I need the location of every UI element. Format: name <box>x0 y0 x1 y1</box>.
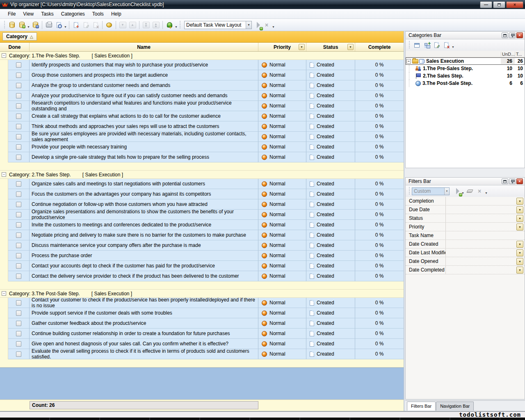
task-row[interactable]: Create a call strategy that explains wha… <box>0 111 404 121</box>
task-checkbox[interactable] <box>16 181 21 187</box>
minimize-button[interactable]: — <box>480 1 492 8</box>
task-row[interactable]: Process the purchase orderNormalCreated0… <box>0 251 404 261</box>
print-icon[interactable] <box>44 21 54 30</box>
new-database-icon[interactable] <box>7 21 17 30</box>
menu-file[interactable]: File <box>4 10 19 18</box>
task-row[interactable]: Group those customers and prospects into… <box>0 70 404 80</box>
task-row[interactable]: Analyze the group to understand customer… <box>0 80 404 91</box>
filters-toolbar-overflow-icon[interactable]: ▼ <box>484 187 488 196</box>
task-row[interactable]: Organize sales calls and meetings to sta… <box>0 179 404 189</box>
filter-value-field[interactable] <box>446 249 516 257</box>
print-preview-icon-dropdown[interactable]: ▼ <box>64 21 67 30</box>
dock-tab-navigation-bar[interactable]: Navigation Bar <box>436 402 474 411</box>
task-checkbox[interactable] <box>16 144 21 150</box>
filters-bar-close-icon[interactable]: × <box>516 178 523 184</box>
filter-value-field[interactable] <box>446 266 516 274</box>
task-checkbox[interactable] <box>16 73 21 78</box>
menu-help[interactable]: Help <box>107 10 125 18</box>
filter-value-dropdown-icon[interactable]: ▼ <box>516 241 523 248</box>
filter-value-field[interactable] <box>446 205 516 214</box>
apply-filter-icon[interactable] <box>451 187 461 196</box>
task-checkbox[interactable] <box>16 233 21 238</box>
tree-item-sales-execution[interactable]: −Sales Execution2626 <box>406 57 525 65</box>
category-group-row[interactable]: −Category: 1.The Pre-Sales Step.[ Sales … <box>0 52 404 60</box>
filter-value-field[interactable] <box>446 240 516 248</box>
move-down-icon[interactable]: ▼ <box>118 21 128 30</box>
reminder-icon-dropdown[interactable]: ▼ <box>174 21 178 30</box>
tree-item-3-the-post-sale-step-[interactable]: 3.The Post-Sale Step.66 <box>406 80 525 87</box>
new-category-icon[interactable] <box>412 41 422 50</box>
filter-preset-combobox[interactable]: Custom ▼ <box>412 187 450 195</box>
task-row[interactable]: Continue building customer relationship … <box>0 329 404 339</box>
layout-combobox-dropdown-icon[interactable]: ▼ <box>246 21 251 29</box>
priority-filter-dropdown-icon[interactable]: ▼ <box>299 44 305 50</box>
task-checkbox[interactable] <box>16 352 21 357</box>
task-row[interactable]: Discuss maintenance service your company… <box>0 240 404 251</box>
restore-button[interactable] <box>493 1 505 8</box>
task-checkbox[interactable] <box>16 103 21 109</box>
task-row[interactable]: Focus the customers on the advantages yo… <box>0 189 404 199</box>
filter-value-dropdown-icon[interactable]: ▼ <box>516 224 523 231</box>
task-checkbox[interactable] <box>16 62 21 68</box>
task-row[interactable]: Organize sales presentations and demonst… <box>0 210 404 220</box>
task-checkbox[interactable] <box>16 83 21 88</box>
task-row[interactable]: Give open and honest diagnosis of your s… <box>0 339 404 349</box>
move-bottom-icon[interactable]: ▼▼ <box>141 21 151 30</box>
task-row[interactable]: Develop a single pre-sale strategy that … <box>0 152 404 162</box>
task-row[interactable]: Invite the customers to meetings and con… <box>0 220 404 230</box>
move-up-icon[interactable]: ▲ <box>128 21 137 30</box>
category-group-row[interactable]: −Category: 3.The Post-Sale Step.[ Sales … <box>0 290 404 298</box>
collapse-group-icon[interactable]: − <box>2 172 6 177</box>
reminder-icon[interactable] <box>164 21 174 30</box>
group-by-category-button[interactable]: Category △ <box>2 32 37 41</box>
task-checkbox[interactable] <box>16 300 21 306</box>
tree-column-undone[interactable]: UnD... <box>501 52 515 57</box>
task-row[interactable]: Think about methods and approaches your … <box>0 121 404 132</box>
task-row[interactable]: Negotiate pricing and delivery to make s… <box>0 230 404 240</box>
filter-value-dropdown-icon[interactable]: ▼ <box>516 198 523 205</box>
new-subcategory-icon[interactable] <box>422 41 431 50</box>
layout-combobox[interactable]: Default Task View Layout ▼ <box>184 21 252 29</box>
clear-filter-icon[interactable] <box>465 187 475 196</box>
complete-task-icon[interactable] <box>104 21 114 30</box>
menu-categories[interactable]: Categories <box>57 10 89 18</box>
filter-value-field[interactable] <box>446 257 516 265</box>
category-group-row[interactable]: −Category: 2.The Sales Step.[ Sales Exec… <box>0 171 404 179</box>
print-preview-icon[interactable] <box>54 21 64 30</box>
menu-tasks[interactable]: Tasks <box>37 10 57 18</box>
dock-tab-filters-bar[interactable]: Filters Bar <box>407 402 436 411</box>
task-row[interactable]: Research competitors to understand what … <box>0 101 404 111</box>
collapse-group-icon[interactable]: − <box>2 291 6 296</box>
task-checkbox[interactable] <box>16 243 21 248</box>
task-row[interactable]: Contact your accounts dept to check if t… <box>0 261 404 271</box>
filter-value-field[interactable] <box>446 231 525 240</box>
task-checkbox[interactable] <box>16 212 21 217</box>
edit-category-icon[interactable] <box>431 41 441 50</box>
task-checkbox[interactable] <box>16 321 21 326</box>
column-header-complete[interactable]: Complete <box>355 43 404 51</box>
new-task-icon[interactable] <box>71 21 81 30</box>
categories-toolbar-overflow-icon[interactable]: ▼ <box>451 41 455 50</box>
filter-value-dropdown-icon[interactable]: ▼ <box>516 249 523 256</box>
close-button[interactable]: × <box>506 1 523 8</box>
task-row[interactable]: Be sure your sales employees are provide… <box>0 132 404 142</box>
tree-item-1-the-pre-sales-step-[interactable]: 1.The Pre-Sales Step.1010 <box>406 65 525 72</box>
filters-bar-pin-icon[interactable] <box>509 178 516 184</box>
filter-preset-dropdown-icon[interactable]: ▼ <box>444 188 449 195</box>
menu-view[interactable]: View <box>19 10 37 18</box>
move-top-icon[interactable]: ▲▲ <box>151 21 161 30</box>
filter-value-dropdown-icon[interactable]: ▼ <box>516 267 523 274</box>
task-checkbox[interactable] <box>16 341 21 347</box>
tree-column-total[interactable]: T... <box>515 52 525 57</box>
filter-value-dropdown-icon[interactable]: ▼ <box>516 206 523 213</box>
task-row[interactable]: Contact your customer to check if the pr… <box>0 298 404 308</box>
tree-item-2-the-sales-step-[interactable]: 2.The Sales Step.1010 <box>406 72 525 80</box>
task-checkbox[interactable] <box>16 192 21 197</box>
filters-bar-restore-icon[interactable] <box>502 178 508 184</box>
task-row[interactable]: Analyze your product/service to figure o… <box>0 91 404 101</box>
categories-bar-close-icon[interactable]: × <box>516 32 523 38</box>
task-checkbox[interactable] <box>16 222 21 228</box>
save-database-icon[interactable] <box>30 21 40 30</box>
task-row[interactable]: Contact the delivery service provider to… <box>0 271 404 281</box>
task-row[interactable]: Identify prospects and customers that ma… <box>0 60 404 70</box>
